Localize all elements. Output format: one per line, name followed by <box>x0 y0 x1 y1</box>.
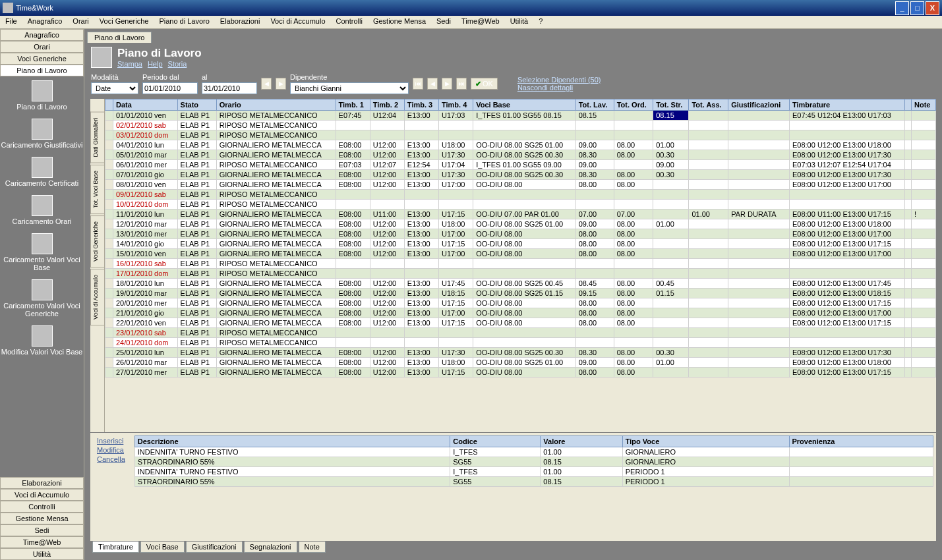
cell[interactable]: U12:00 <box>370 219 404 229</box>
cell[interactable] <box>575 121 614 130</box>
cell[interactable]: ELAB P1 <box>177 219 216 229</box>
cell[interactable]: 08.00 <box>575 180 614 190</box>
sidebar-item-voci-generiche[interactable]: Voci Generiche <box>0 53 84 65</box>
detail-cell[interactable] <box>789 447 933 457</box>
maximize-button[interactable]: □ <box>910 1 924 15</box>
cell[interactable] <box>689 200 728 210</box>
cell[interactable] <box>105 338 113 348</box>
detail-cell[interactable] <box>789 467 933 477</box>
cell[interactable] <box>336 190 370 200</box>
cell[interactable]: 00.30 <box>653 348 689 358</box>
detail-cell[interactable]: 08.15 <box>541 477 622 487</box>
cell[interactable]: ELAB P1 <box>177 160 216 170</box>
cell[interactable] <box>912 190 936 200</box>
cell[interactable] <box>439 121 473 130</box>
cell[interactable]: 18/01/2010 lun <box>113 279 178 289</box>
cell[interactable]: ELAB P1 <box>177 200 216 210</box>
cell[interactable] <box>905 200 912 210</box>
cell[interactable] <box>370 121 404 130</box>
cell[interactable]: GIORNALIERO METALMECCA <box>216 358 336 368</box>
cell[interactable]: E08:00 <box>336 358 370 368</box>
cell[interactable] <box>404 200 438 210</box>
cell[interactable]: ELAB P1 <box>177 170 216 180</box>
cell[interactable]: OO-DIU 08.00 <box>473 239 576 249</box>
cell[interactable] <box>689 269 728 279</box>
cell[interactable]: U17:15 <box>439 239 473 249</box>
cell[interactable]: OO-DIU 08.00 SG25 01.00 <box>473 358 576 368</box>
cell[interactable] <box>728 239 790 249</box>
cell[interactable] <box>905 368 912 378</box>
cell[interactable]: ELAB P1 <box>177 229 216 239</box>
cell[interactable] <box>689 358 728 368</box>
cell[interactable] <box>689 298 728 308</box>
col-header[interactable]: Timb. 2 <box>370 99 404 111</box>
cell[interactable]: U12:00 <box>370 289 404 298</box>
cell[interactable]: 00.30 <box>653 170 689 180</box>
side-tab-tot-voci-base[interactable]: Tot. Voci Base <box>90 165 104 214</box>
cell[interactable] <box>689 249 728 259</box>
cell[interactable]: 07.00 <box>575 210 614 219</box>
cell[interactable]: ELAB P1 <box>177 180 216 190</box>
sidebar-item-time-web[interactable]: Time@Web <box>0 536 84 548</box>
sidebar-icon-caricamento-valori-voci-base[interactable]: Caricamento Valori Voci Base <box>0 233 84 271</box>
cell[interactable] <box>653 229 689 239</box>
cell[interactable]: U18:15 <box>439 289 473 298</box>
cell[interactable] <box>728 308 790 318</box>
cell[interactable]: E13:00 <box>404 219 438 229</box>
cell[interactable]: OO-DIU 08.00 SG25 00.30 <box>473 170 576 180</box>
cell[interactable]: E08:00 <box>336 140 370 150</box>
cell[interactable] <box>404 121 438 130</box>
cell[interactable] <box>728 279 790 289</box>
detail-tab-giustificazioni[interactable]: Giustificazioni <box>186 542 243 553</box>
cell[interactable] <box>912 200 936 210</box>
cell[interactable] <box>370 259 404 269</box>
cell[interactable]: U12:00 <box>370 239 404 249</box>
cell[interactable] <box>105 279 113 289</box>
cell[interactable] <box>912 358 936 368</box>
cell[interactable] <box>689 279 728 289</box>
cell[interactable] <box>912 338 936 348</box>
sidebar-item-voci-di-accumulo[interactable]: Voci di Accumulo <box>0 489 84 501</box>
cell[interactable]: GIORNALIERO METALMECCA <box>216 150 336 160</box>
cell[interactable]: OO-DIU 08.00 SG25 00.45 <box>473 279 576 289</box>
cell[interactable] <box>728 229 790 239</box>
cell[interactable] <box>404 259 438 269</box>
menu--[interactable]: ? <box>533 16 548 28</box>
minimize-button[interactable]: _ <box>895 1 909 15</box>
cell[interactable] <box>905 180 912 190</box>
cell[interactable]: I_TFES 01.00 SG55 09.00 <box>473 160 576 170</box>
cell[interactable]: 08.15 <box>575 111 614 121</box>
cell[interactable] <box>105 111 113 121</box>
cell[interactable]: E08:00 <box>336 298 370 308</box>
cell[interactable]: U17:00 <box>439 180 473 190</box>
cell[interactable] <box>912 289 936 298</box>
cell[interactable] <box>105 190 113 200</box>
cell[interactable] <box>789 338 904 348</box>
cell[interactable] <box>912 111 936 121</box>
cell[interactable] <box>905 239 912 249</box>
cell[interactable] <box>105 318 113 328</box>
cell[interactable] <box>912 121 936 130</box>
cell[interactable]: ELAB P1 <box>177 279 216 289</box>
sidebar-item-piano-di-lavoro[interactable]: Piano di Lavoro <box>0 65 84 76</box>
cell[interactable] <box>653 180 689 190</box>
cell[interactable] <box>689 150 728 160</box>
cell[interactable] <box>689 259 728 269</box>
detail-cell[interactable]: I_TFES <box>450 447 541 457</box>
cell[interactable]: 08.00 <box>614 368 653 378</box>
col-header[interactable]: Voci Base <box>473 99 576 111</box>
cell[interactable] <box>728 328 790 338</box>
cell[interactable]: U17:15 <box>439 368 473 378</box>
table-row[interactable]: 07/01/2010 gioELAB P1GIORNALIERO METALME… <box>105 170 936 180</box>
cell[interactable] <box>105 289 113 298</box>
cell[interactable]: E08:00 U12:00 E13:00 U17:00 <box>789 308 904 318</box>
cell[interactable]: 09.00 <box>575 358 614 368</box>
cell[interactable] <box>689 160 728 170</box>
cell[interactable] <box>105 210 113 219</box>
cell[interactable] <box>789 200 904 210</box>
cell[interactable] <box>905 259 912 269</box>
cell[interactable]: 16/01/2010 sab <box>113 259 178 269</box>
cell[interactable] <box>105 229 113 239</box>
col-header[interactable]: Orario <box>216 99 336 111</box>
cell[interactable] <box>370 190 404 200</box>
